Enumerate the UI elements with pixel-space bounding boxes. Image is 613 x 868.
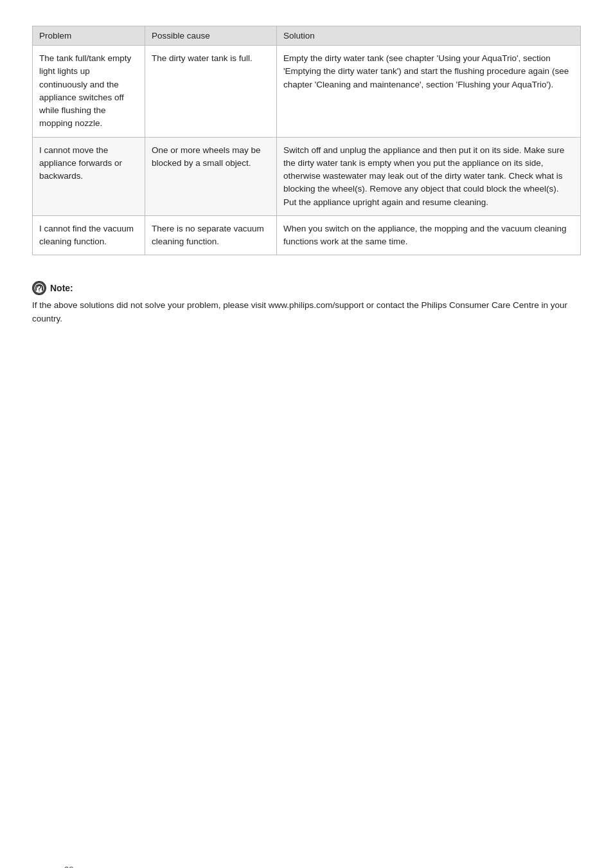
cell-problem: I cannot find the vacuum cleaning functi… [33, 215, 145, 255]
cell-solution: Empty the dirty water tank (see chapter … [277, 46, 581, 138]
troubleshoot-table: Problem Possible cause Solution The tank… [32, 26, 581, 255]
page-wrapper: Problem Possible cause Solution The tank… [32, 26, 581, 868]
cell-cause: There is no separate vacuum cleaning fun… [145, 215, 277, 255]
note-section: Note: If the above solutions did not sol… [32, 281, 581, 325]
col-header-problem: Problem [33, 26, 145, 46]
note-label: Note: [50, 283, 73, 293]
col-header-solution: Solution [277, 26, 581, 46]
cell-problem: The tank full/tank empty light lights up… [33, 46, 145, 138]
cell-cause: One or more wheels may be blocked by a s… [145, 137, 277, 215]
table-row: The tank full/tank empty light lights up… [33, 46, 581, 138]
table-row: I cannot move the appliance forwards or … [33, 137, 581, 215]
svg-point-1 [39, 291, 40, 292]
cell-cause: The dirty water tank is full. [145, 46, 277, 138]
cell-solution: When you switch on the appliance, the mo… [277, 215, 581, 255]
note-header: Note: [32, 281, 581, 295]
col-header-cause: Possible cause [145, 26, 277, 46]
table-row: I cannot find the vacuum cleaning functi… [33, 215, 581, 255]
cell-solution: Switch off and unplug the appliance and … [277, 137, 581, 215]
cell-problem: I cannot move the appliance forwards or … [33, 137, 145, 215]
note-text: If the above solutions did not solve you… [32, 299, 581, 325]
svg-point-0 [34, 283, 44, 293]
page-number: 28 [64, 865, 73, 868]
note-icon [32, 281, 46, 295]
